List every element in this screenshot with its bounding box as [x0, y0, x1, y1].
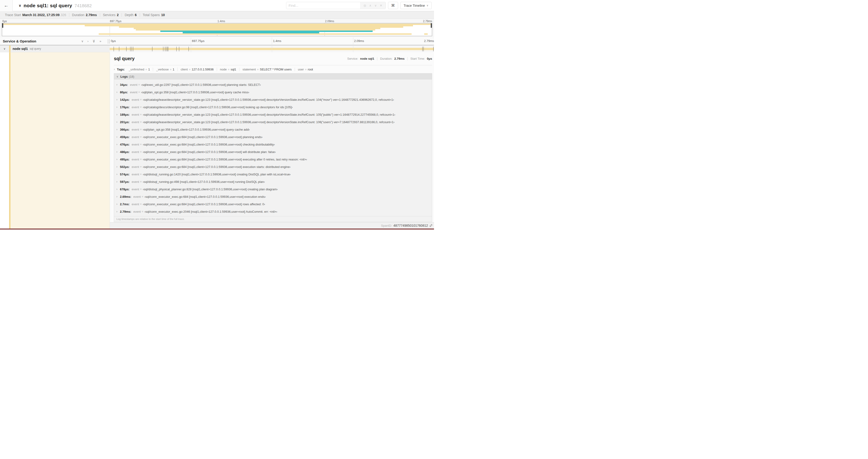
- tag-item[interactable]: statement = SELECT * FROM users: [239, 68, 295, 71]
- expand-log-icon[interactable]: ›: [117, 202, 120, 206]
- log-entry[interactable]: › 502μs: event = ‹sql/conn_executor_exec…: [114, 163, 432, 170]
- link-icon[interactable]: [429, 224, 433, 227]
- log-entry[interactable]: › 2.7ms: event = ‹sql/conn_executor_exec…: [114, 200, 432, 208]
- prev-result-icon[interactable]: ∧: [369, 4, 371, 7]
- log-entry[interactable]: › 366μs: event = ‹sql/plan_opt.go:358 [n…: [114, 126, 432, 133]
- log-entry[interactable]: › 189μs: event = ‹sql/catalog/lease/desc…: [114, 111, 432, 118]
- log-entry[interactable]: › 495μs: event = ‹sql/conn_executor_exec…: [114, 156, 432, 163]
- summary-label: Depth: [125, 13, 133, 17]
- timeline-tick-label: 2.79ms: [423, 39, 434, 43]
- expand-one-icon[interactable]: ›: [88, 39, 88, 43]
- tag-list: _unfinished = 1 _verbose = 1 client = 12…: [126, 68, 316, 71]
- log-entry[interactable]: › 486μs: event = ‹sql/conn_executor_exec…: [114, 148, 432, 156]
- expand-log-icon[interactable]: ›: [117, 135, 120, 138]
- tag-item[interactable]: client = 127.0.0.1:59936: [178, 68, 217, 71]
- minimap-canvas[interactable]: [2, 23, 432, 36]
- minimap-ruler: 0μs697.75μs1.4ms2.09ms2.79ms: [2, 19, 432, 23]
- log-marker-tick[interactable]: [114, 47, 114, 51]
- log-field-value: ‹sql/conn_executor_exec.go:684 [nsql1,cl…: [143, 143, 275, 146]
- expand-log-icon[interactable]: ›: [117, 195, 120, 198]
- tag-item[interactable]: node = sql1: [217, 68, 240, 71]
- log-entry[interactable]: › 80μs: event = ‹sql/plan_opt.go:358 [ns…: [114, 88, 432, 96]
- column-resizer-handle[interactable]: [108, 39, 110, 44]
- tag-key: user: [298, 68, 304, 71]
- span-name-cell[interactable]: ∨ node sql1 sql query: [0, 45, 110, 52]
- service-tint-background: [10, 52, 110, 229]
- log-marker-tick[interactable]: [119, 47, 119, 51]
- tag-item[interactable]: _verbose = 1: [153, 68, 178, 71]
- service-operation-header: Service & Operation ∨ › ≫ »: [0, 37, 110, 45]
- clear-search-icon[interactable]: ✕: [380, 4, 382, 7]
- collapse-logs-icon[interactable]: ∨: [117, 75, 118, 78]
- find-box: ◎ ∧ ∨ ✕: [286, 2, 386, 9]
- log-marker-tick[interactable]: [166, 47, 166, 51]
- expand-log-icon[interactable]: ›: [117, 83, 120, 86]
- log-entry[interactable]: › 476μs: event = ‹sql/conn_executor_exec…: [114, 141, 432, 148]
- log-marker-tick[interactable]: [152, 47, 152, 51]
- log-field-key: event: [132, 158, 139, 161]
- log-entry[interactable]: › 34μs: event = ‹sql/exec_util.go:2297 […: [114, 81, 432, 88]
- summary-value: 2: [117, 13, 119, 17]
- detail-footer: SpanID: 4877749850101760812: [110, 222, 434, 229]
- logs-header[interactable]: ∨ Logs (18): [114, 73, 432, 79]
- expand-log-icon[interactable]: ›: [117, 113, 120, 116]
- collapse-trace-icon[interactable]: ∨: [19, 3, 21, 8]
- log-field-value: ‹sql/catalog/descs/descriptor.go:98 [nsq…: [143, 105, 292, 109]
- log-entry[interactable]: › 2.79ms: event = ‹sql/conn_executor_exe…: [114, 208, 432, 215]
- log-entry[interactable]: › 2.69ms: event = ‹sql/conn_executor_exe…: [114, 193, 432, 200]
- log-marker-tick[interactable]: [163, 47, 163, 51]
- log-field-value: ‹sql/conn_executor_exec.go:2046 [nsql1,c…: [145, 210, 277, 214]
- log-entry[interactable]: › 459μs: event = ‹sql/conn_executor_exec…: [114, 133, 432, 141]
- expand-log-icon[interactable]: ›: [117, 120, 120, 124]
- equals-sign: =: [142, 195, 143, 198]
- log-marker-tick[interactable]: [179, 47, 179, 51]
- expand-log-icon[interactable]: ›: [117, 105, 120, 109]
- logs-section: ∨ Logs (18) › 34μs: event = ‹sql/exec_ut…: [114, 73, 432, 222]
- log-entry[interactable]: › 142μs: event = ‹sql/catalog/lease/desc…: [114, 96, 432, 103]
- expand-log-icon[interactable]: ›: [117, 180, 120, 183]
- expand-log-icon[interactable]: ›: [117, 165, 120, 168]
- equals-sign: =: [228, 68, 229, 71]
- expand-log-icon[interactable]: ›: [117, 158, 120, 161]
- expand-log-icon[interactable]: ›: [117, 173, 120, 176]
- next-result-icon[interactable]: ∨: [374, 4, 377, 7]
- log-entry[interactable]: › 176μs: event = ‹sql/catalog/descs/desc…: [114, 103, 432, 111]
- tags-row[interactable]: › Tags: _unfinished = 1 _verbose = 1 cli…: [114, 65, 432, 73]
- expand-log-icon[interactable]: ›: [117, 128, 120, 131]
- tag-item[interactable]: user = root: [295, 68, 316, 71]
- expand-log-icon[interactable]: ›: [117, 188, 120, 191]
- log-field-key: event: [132, 98, 139, 101]
- collapse-all-icon[interactable]: ≫: [92, 39, 96, 43]
- expand-all-icon[interactable]: »: [100, 39, 101, 43]
- log-marker-tick[interactable]: [130, 47, 130, 51]
- log-entry[interactable]: › 201μs: event = ‹sql/catalog/lease/desc…: [114, 118, 432, 126]
- log-entry[interactable]: › 574μs: event = ‹sql/distsql_running.go…: [114, 170, 432, 178]
- log-marker-tick[interactable]: [424, 47, 424, 51]
- log-entry[interactable]: › 597μs: event = ‹sql/distsql_running.go…: [114, 178, 432, 186]
- locate-icon[interactable]: ◎: [364, 4, 366, 7]
- service-color-stripe: [9, 45, 10, 52]
- expand-log-icon[interactable]: ›: [117, 150, 120, 154]
- minimap-left-drag-handle[interactable]: [2, 23, 3, 28]
- find-input[interactable]: [286, 2, 360, 9]
- span-bar-cell[interactable]: [110, 45, 434, 52]
- back-button[interactable]: ←: [0, 0, 12, 11]
- expand-log-icon[interactable]: ›: [117, 98, 120, 101]
- tag-item[interactable]: _unfinished = 1: [126, 68, 153, 71]
- minimap-right-drag-handle[interactable]: [431, 23, 432, 28]
- expand-tags-icon[interactable]: ›: [114, 68, 115, 71]
- collapse-one-icon[interactable]: ∨: [81, 39, 84, 43]
- log-marker-tick[interactable]: [422, 47, 423, 51]
- find-tools: ◎ ∧ ∨ ✕: [360, 2, 385, 9]
- expand-log-icon[interactable]: ›: [117, 91, 120, 94]
- collapse-span-icon[interactable]: ∨: [0, 47, 9, 51]
- log-marker-tick[interactable]: [433, 47, 434, 51]
- expand-log-icon[interactable]: ›: [117, 210, 120, 213]
- log-field-key: event: [132, 105, 139, 109]
- expand-log-icon[interactable]: ›: [117, 143, 120, 146]
- tag-key: _verbose: [156, 68, 168, 71]
- expand-collapse-controls: ∨ › ≫ »: [81, 39, 107, 43]
- log-entry[interactable]: › 678μs: event = ‹sql/distsql_physical_p…: [114, 186, 432, 193]
- keyboard-shortcuts-button[interactable]: ⌘: [388, 2, 398, 9]
- view-selector-button[interactable]: Trace Timeline ∨: [400, 2, 432, 9]
